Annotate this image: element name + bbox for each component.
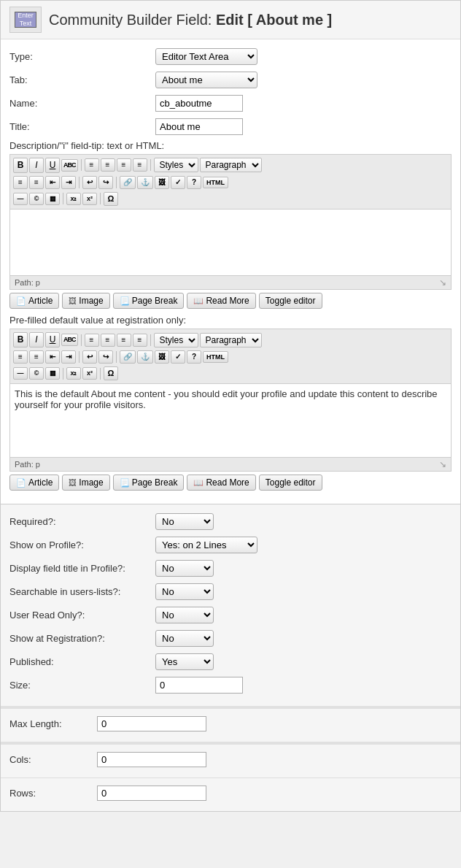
- indent-2[interactable]: ⇥: [61, 350, 76, 364]
- display-title-select[interactable]: No: [155, 560, 214, 577]
- published-select[interactable]: Yes: [155, 653, 214, 670]
- sub-2[interactable]: x₂: [66, 367, 81, 380]
- read-more-icon-2: 📖: [193, 478, 204, 488]
- italic-btn-2[interactable]: I: [29, 332, 44, 347]
- align-justify-2[interactable]: ≡: [133, 334, 147, 347]
- show-reg-select[interactable]: No: [155, 630, 214, 647]
- user-readonly-select[interactable]: No: [155, 607, 214, 623]
- char-map-2[interactable]: ©: [29, 367, 44, 380]
- table-1[interactable]: ▦: [45, 193, 60, 205]
- underline-btn-1[interactable]: U: [45, 158, 60, 173]
- styles-select-2[interactable]: Styles: [154, 333, 198, 347]
- editor2-area[interactable]: This is the default About me content - y…: [10, 384, 451, 457]
- prefilled-label: Pre-filled default value at registration…: [9, 315, 452, 326]
- read-more-btn-1[interactable]: 📖 Read More: [187, 293, 255, 309]
- cleanup-1[interactable]: ✓: [171, 176, 185, 189]
- sup-1[interactable]: x²: [82, 193, 97, 205]
- omega-1[interactable]: Ω: [104, 192, 118, 206]
- page-break-btn-2[interactable]: 📃 Page Break: [113, 475, 185, 491]
- rows-input[interactable]: [97, 786, 206, 801]
- max-length-row: Max Length:: [9, 716, 452, 731]
- toolbar1-row1: B I U ABC ≡ ≡ ≡ ≡ Styles Paragraph: [13, 157, 448, 174]
- name-label: Name:: [9, 98, 155, 109]
- align-justify-1[interactable]: ≡: [133, 158, 147, 172]
- image-icon-2: 🖼: [69, 478, 77, 487]
- anchor-2[interactable]: ⚓: [137, 350, 153, 364]
- format-select-2[interactable]: Paragraph: [200, 333, 262, 347]
- styles-select-1[interactable]: Styles: [154, 158, 198, 172]
- image-action-btn-1[interactable]: 🖼 Image: [62, 293, 109, 309]
- bold-btn-1[interactable]: B: [13, 158, 28, 173]
- align-center-2[interactable]: ≡: [101, 334, 115, 347]
- title-input[interactable]: [155, 118, 243, 135]
- required-row: Required?: No: [9, 512, 452, 531]
- show-profile-select[interactable]: Yes: on 2 Lines: [155, 537, 257, 553]
- list-ul-2[interactable]: ≡: [13, 350, 28, 364]
- toggle-btn-1[interactable]: Toggle editor: [259, 293, 322, 309]
- list-ol-2[interactable]: ≡: [29, 350, 44, 364]
- image-btn-2[interactable]: 🖼: [155, 350, 169, 364]
- italic-btn-1[interactable]: I: [29, 158, 44, 173]
- link-2[interactable]: 🔗: [120, 350, 136, 364]
- size-input[interactable]: [155, 677, 243, 694]
- char-map-1[interactable]: ©: [29, 193, 44, 205]
- searchable-select[interactable]: No: [155, 583, 214, 600]
- undo-1[interactable]: ↩: [82, 176, 97, 189]
- html-btn-2[interactable]: HTML: [203, 351, 228, 364]
- html-btn-1[interactable]: HTML: [203, 177, 228, 189]
- toolbar2-row3: — © ▦ x₂ x² Ω: [13, 366, 448, 381]
- required-select[interactable]: No: [155, 513, 214, 530]
- cols-input[interactable]: [97, 752, 206, 767]
- editor1-area[interactable]: [10, 210, 451, 275]
- outdent-1[interactable]: ⇤: [45, 176, 60, 189]
- image-icon-1: 🖼: [69, 296, 77, 305]
- undo-2[interactable]: ↩: [82, 350, 97, 364]
- name-input[interactable]: [155, 95, 243, 112]
- abc-btn-2[interactable]: ABC: [61, 334, 78, 346]
- align-right-2[interactable]: ≡: [117, 334, 131, 347]
- align-right-1[interactable]: ≡: [117, 158, 131, 172]
- read-more-btn-2[interactable]: 📖 Read More: [187, 475, 255, 491]
- max-length-input[interactable]: [97, 716, 206, 731]
- toggle-btn-2[interactable]: Toggle editor: [259, 475, 322, 491]
- user-readonly-row: User Read Only?: No: [9, 605, 452, 624]
- published-control: Yes: [155, 653, 452, 670]
- table-2[interactable]: ▦: [45, 367, 60, 380]
- align-left-2[interactable]: ≡: [85, 334, 99, 347]
- article-btn-1[interactable]: 📄 Article: [9, 293, 59, 309]
- abc-btn-1[interactable]: ABC: [61, 159, 78, 172]
- underline-btn-2[interactable]: U: [45, 332, 60, 347]
- cleanup-2[interactable]: ✓: [171, 350, 185, 364]
- type-select[interactable]: Editor Text Area: [155, 48, 257, 65]
- sup-2[interactable]: x²: [82, 367, 97, 380]
- tab-select[interactable]: About me: [155, 72, 257, 88]
- anchor-1[interactable]: ⚓: [137, 176, 153, 189]
- align-center-1[interactable]: ≡: [101, 158, 115, 172]
- link-1[interactable]: 🔗: [120, 176, 136, 189]
- list-ul-1[interactable]: ≡: [13, 176, 28, 189]
- article-btn-2[interactable]: 📄 Article: [9, 475, 59, 491]
- list-ol-1[interactable]: ≡: [29, 176, 44, 189]
- help-1[interactable]: ?: [187, 176, 201, 189]
- sub-1[interactable]: x₂: [66, 193, 81, 205]
- editor2-path: Path: p: [15, 460, 40, 469]
- page-break-btn-1[interactable]: 📃 Page Break: [113, 293, 185, 309]
- hr-btn-1[interactable]: —: [13, 193, 28, 205]
- indent-1[interactable]: ⇥: [61, 176, 76, 189]
- omega-2[interactable]: Ω: [104, 366, 118, 380]
- show-reg-row: Show at Registration?: No: [9, 629, 452, 648]
- size-row: Size:: [9, 675, 452, 694]
- editor1-footer: Path: p ↘: [10, 275, 451, 289]
- bold-btn-2[interactable]: B: [13, 332, 28, 347]
- redo-2[interactable]: ↪: [98, 350, 113, 364]
- image-action-btn-2[interactable]: 🖼 Image: [62, 475, 109, 491]
- hr-btn-2[interactable]: —: [13, 367, 28, 380]
- help-2[interactable]: ?: [187, 350, 201, 364]
- redo-1[interactable]: ↪: [98, 176, 113, 189]
- align-left-1[interactable]: ≡: [85, 158, 99, 172]
- main-content: Type: Editor Text Area Tab: About me Nam…: [1, 39, 460, 504]
- outdent-2[interactable]: ⇤: [45, 350, 60, 364]
- format-select-1[interactable]: Paragraph: [200, 158, 262, 172]
- page-header: Enter Text Community Builder Field: Edit…: [1, 1, 460, 39]
- image-btn-1[interactable]: 🖼: [155, 176, 169, 189]
